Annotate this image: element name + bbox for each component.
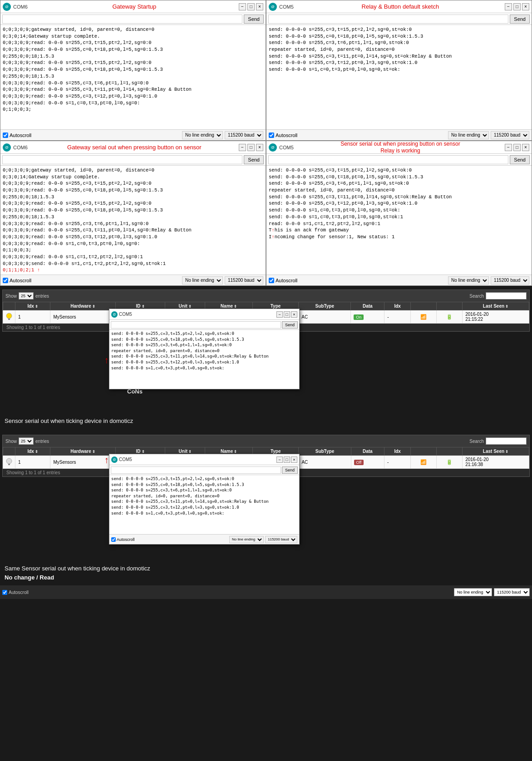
com5-overlay-2: @ COM5 − □ × Send send: 0-0-0-0 s=255,c=… [109,454,300,545]
maximize-btn-com6-mid[interactable]: □ [247,144,255,151]
com5-overlay2-baud[interactable]: 115200 baud [265,536,297,543]
com6-mid-send-button[interactable]: Send [244,155,264,164]
com5-mid-send-row: Send [266,154,532,166]
com5-titlebar: @ COM5 Relay & Button default sketch − □… [266,0,532,13]
com5-autoscroll-checkbox-top[interactable] [269,133,274,138]
minimize-btn-com5[interactable]: − [505,3,512,10]
arduino-icon-com5: @ [269,3,277,11]
com5-mid-send-button[interactable]: Send [510,155,530,164]
col-lastseen-1[interactable]: Last Seen [463,302,529,310]
com5-line-ending-select-top[interactable]: No line ending [448,131,489,139]
show-label-2: Show [5,439,17,444]
com5-overlay2-send-input[interactable] [111,466,281,474]
com5-overlay2-line-ending[interactable]: No line ending [229,536,264,543]
com6-mid-send-input[interactable] [2,155,242,164]
com5-mid-baud-select[interactable]: 115200 baud [491,276,529,285]
col-idx-2[interactable]: Idx [15,447,50,456]
com5-mid-autoscroll-label[interactable]: Autoscroll [269,278,297,283]
com6-mid-baud-select[interactable]: 115200 baud [225,276,263,285]
com6-port-label: COM6 [13,4,28,10]
col-lastseen-2[interactable]: Last Seen [463,447,529,456]
com5-relay-button-window: @ COM5 Relay & Button default sketch − □… [266,0,532,141]
com6-line-ending-select[interactable]: No line ending [182,131,223,139]
com5-mid-title: Sensor serial out when pressing button o… [296,141,505,154]
entries-select-2[interactable]: 25 [19,437,34,445]
maximize-btn-com6[interactable]: □ [247,3,255,10]
device-data-2: Off [351,456,384,469]
com5-title-top: Relay & Button default sketch [296,3,505,10]
show-entries-2: Show 25 entries [5,437,49,445]
close-btn-com5[interactable]: × [522,3,529,10]
com5-overlay1-send-btn[interactable]: Send [282,321,298,329]
com5-overlay1-title: COM5 [119,312,276,317]
com5-overlay2-send-btn[interactable]: Send [282,466,298,474]
device-subtype-1: AC [299,310,351,324]
com5-overlay2-autoscroll[interactable]: Autoscroll [111,537,135,542]
com5-mid-line-ending-select[interactable]: No line ending [448,276,489,285]
minimize-btn-com6-mid[interactable]: − [239,144,246,151]
close-btn-com6-mid[interactable]: × [256,144,263,151]
bottom-baud[interactable]: 115200 baud [494,588,530,596]
search-input-1[interactable] [486,292,527,299]
com6-mid-autoscroll-checkbox[interactable] [3,278,8,283]
svg-point-2 [6,458,12,464]
device-idx-1: 1 [15,310,50,324]
close-btn-com6[interactable]: × [256,3,263,10]
minimize-btn-com6[interactable]: − [239,3,246,10]
maximize-btn-com5-mid[interactable]: □ [513,144,521,151]
search-label-2: Search [469,439,484,444]
com6-send-button[interactable]: Send [244,15,264,24]
com5-mid-send-input[interactable] [268,155,508,164]
device-icon-cell-1 [3,310,15,324]
com6-send-input[interactable] [2,15,242,24]
maximize-btn-overlay2[interactable]: □ [284,457,290,463]
device-subtype-2: AC [299,456,351,469]
search-input-2[interactable] [486,437,527,445]
com5-overlay2-autoscroll-cb[interactable] [111,537,116,542]
com6-mid-autoscroll-label[interactable]: Autoscroll [3,278,31,283]
off-badge-2: Off [354,460,364,465]
device-signal-1: 📶 [411,310,437,324]
com6-mid-send-row: Send [0,154,266,166]
svg-rect-1 [8,319,10,320]
com5-baud-select-top[interactable]: 115200 baud [491,131,529,139]
close-btn-overlay1[interactable]: × [291,311,297,318]
entries-select-1[interactable]: 25 [19,292,34,299]
maximize-btn-com5[interactable]: □ [513,3,521,10]
show-label-1: Show [5,294,17,299]
device-battery-1: 🔋 [437,310,463,324]
com5-send-input-top[interactable] [268,15,508,24]
bulb-svg-2 [6,457,12,466]
com6-window-controls: − □ × [239,3,263,10]
com5-send-button-top[interactable]: Send [510,15,530,24]
section2-label2: No change / Read [5,574,54,581]
com5-window-controls: − □ × [505,3,529,10]
com5-overlay1-send-input[interactable] [111,321,281,329]
com5-autoscroll-label-top[interactable]: Autoscroll [269,133,297,138]
close-btn-com5-mid[interactable]: × [522,144,529,151]
col-subtype-2: SubType [299,447,351,456]
minimize-btn-com5-mid[interactable]: − [505,144,512,151]
bottom-autoscroll-cb[interactable] [2,590,7,595]
col-signal-1 [411,302,437,310]
col-hardware-2[interactable]: Hardware [50,447,115,456]
device-battery-2: 🔋 [437,456,463,469]
close-btn-overlay2[interactable]: × [291,457,297,463]
minimize-btn-overlay2[interactable]: − [276,457,283,463]
com6-baud-select[interactable]: 115200 baud [225,131,263,139]
com5-send-row-top: Send [266,13,532,25]
com6-mid-line-ending-select[interactable]: No line ending [182,276,223,285]
com5-overlay1-send-row: Send [109,320,299,330]
maximize-btn-overlay1[interactable]: □ [284,311,290,318]
device-lastseen-2: 2016-01-2021:16:38 [463,456,529,469]
com5-mid-autoscroll-checkbox[interactable] [269,278,274,283]
com6-autoscroll-checkbox[interactable] [3,133,8,138]
bottom-autoscroll-label[interactable]: Autoscroll [2,590,29,595]
col-hardware-1[interactable]: Hardware [50,302,115,310]
com6-autoscroll-label[interactable]: Autoscroll [3,133,31,138]
bottom-line-ending[interactable]: No line ending [454,588,492,596]
minimize-btn-overlay1[interactable]: − [276,311,283,318]
com5-overlay1-controls: − □ × [276,311,297,318]
com5-overlay2-footer: Autoscroll No line ending 115200 baud [109,534,299,544]
col-idx-1[interactable]: Idx [15,302,50,310]
